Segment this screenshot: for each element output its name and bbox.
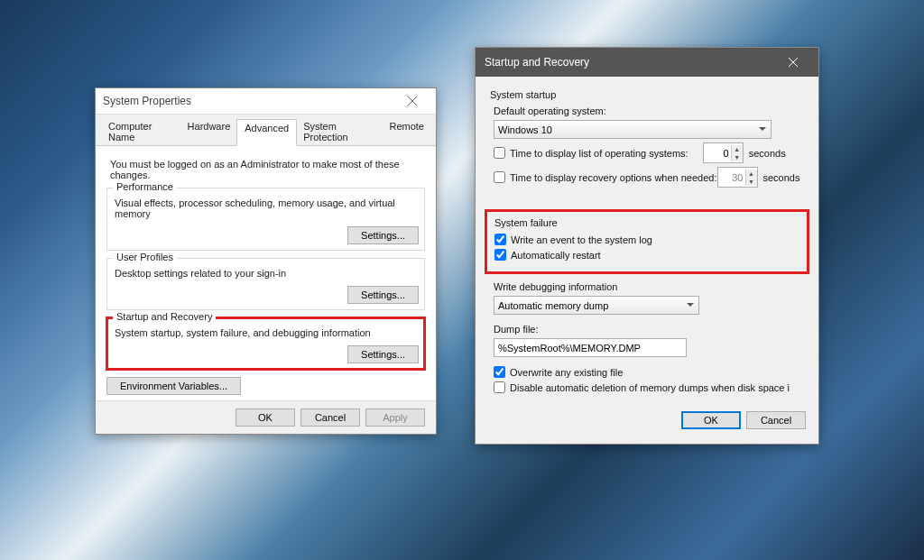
- checkbox-time-os-label: Time to display list of operating system…: [510, 148, 688, 159]
- checkbox-disable-auto-delete-label: Disable automatic deletion of memory dum…: [510, 382, 790, 393]
- system-properties-dialog: System Properties Computer Name Hardware…: [95, 87, 437, 435]
- checkbox-time-recovery[interactable]: Time to display recovery options when ne…: [494, 171, 717, 183]
- ok-button[interactable]: OK: [236, 409, 295, 427]
- tab-computer-name[interactable]: Computer Name: [101, 118, 181, 145]
- section-system-startup: System startup: [490, 89, 804, 100]
- close-icon[interactable]: [396, 88, 429, 114]
- dialog-actions: OK Cancel: [476, 402, 818, 444]
- checkbox-write-event[interactable]: Write an event to the system log: [494, 234, 799, 245]
- group-user-profiles: User Profiles Desktop settings related t…: [106, 258, 425, 310]
- legend-user-profiles: User Profiles: [113, 252, 177, 262]
- tab-advanced[interactable]: Advanced: [236, 119, 297, 146]
- spinner-time-os-value[interactable]: [704, 148, 731, 159]
- checkbox-write-event-label: Write an event to the system log: [511, 234, 652, 245]
- checkbox-disable-auto-delete[interactable]: Disable automatic deletion of memory dum…: [494, 381, 804, 393]
- checkbox-auto-restart[interactable]: Automatically restart: [494, 249, 799, 261]
- settings-user-profiles-button[interactable]: Settings...: [347, 286, 419, 304]
- legend-startup-recovery: Startup and Recovery: [113, 311, 216, 322]
- title-text: System Properties: [103, 95, 191, 107]
- cancel-button[interactable]: Cancel: [300, 409, 360, 427]
- cancel-button[interactable]: Cancel: [746, 411, 806, 429]
- titlebar[interactable]: Startup and Recovery: [476, 48, 818, 77]
- section-system-failure: System failure: [494, 217, 799, 228]
- checkbox-auto-restart-label: Automatically restart: [511, 250, 601, 261]
- tab-body-advanced: You must be logged on as an Administrato…: [96, 146, 436, 400]
- label-seconds-2: seconds: [763, 172, 800, 183]
- checkbox-time-os[interactable]: Time to display list of operating system…: [494, 147, 688, 159]
- settings-performance-button[interactable]: Settings...: [347, 226, 419, 244]
- dialog-actions: OK Cancel Apply: [96, 400, 436, 434]
- select-dump-type[interactable]: Automatic memory dump: [494, 296, 699, 315]
- chevron-down-icon[interactable]: ▼: [746, 178, 757, 186]
- dialog-body: System startup Default operating system:…: [476, 77, 818, 402]
- group-performance: Performance Visual effects, processor sc…: [106, 188, 425, 251]
- input-dump-file[interactable]: [494, 338, 687, 357]
- label-write-debug: Write debugging information: [494, 281, 804, 292]
- checkbox-overwrite[interactable]: Overwrite any existing file: [494, 366, 804, 378]
- highlight-system-failure: System failure Write an event to the sys…: [485, 209, 809, 274]
- checkbox-overwrite-label: Overwrite any existing file: [510, 367, 623, 378]
- group-startup-recovery: Startup and Recovery System startup, sys…: [106, 317, 425, 370]
- label-dump-file: Dump file:: [494, 324, 804, 335]
- spinner-time-recovery[interactable]: ▲▼: [717, 167, 758, 188]
- title-text: Startup and Recovery: [485, 56, 589, 69]
- tab-remote[interactable]: Remote: [382, 118, 431, 145]
- chevron-down-icon[interactable]: ▼: [732, 153, 743, 161]
- environment-variables-button[interactable]: Environment Variables...: [106, 377, 241, 395]
- tab-system-protection[interactable]: System Protection: [296, 118, 383, 145]
- desc-performance: Visual effects, processor scheduling, me…: [107, 188, 424, 223]
- legend-performance: Performance: [113, 181, 177, 192]
- titlebar[interactable]: System Properties: [96, 88, 436, 115]
- spinner-time-os[interactable]: ▲▼: [703, 142, 744, 163]
- chevron-up-icon[interactable]: ▲: [746, 170, 757, 178]
- ok-button[interactable]: OK: [681, 411, 741, 429]
- settings-startup-recovery-button[interactable]: Settings...: [347, 345, 419, 363]
- admin-message: You must be logged on as an Administrato…: [110, 159, 421, 180]
- chevron-up-icon[interactable]: ▲: [732, 145, 743, 153]
- label-default-os: Default operating system:: [494, 106, 804, 116]
- label-seconds-1: seconds: [749, 148, 786, 159]
- spinner-time-recovery-value[interactable]: [718, 172, 745, 183]
- select-default-os[interactable]: Windows 10: [494, 120, 772, 139]
- close-icon[interactable]: [777, 48, 809, 77]
- tab-hardware[interactable]: Hardware: [180, 118, 238, 145]
- tab-strip: Computer Name Hardware Advanced System P…: [96, 115, 436, 146]
- apply-button[interactable]: Apply: [365, 409, 425, 427]
- checkbox-time-recovery-label: Time to display recovery options when ne…: [510, 172, 717, 183]
- startup-recovery-dialog: Startup and Recovery System startup Defa…: [475, 47, 819, 445]
